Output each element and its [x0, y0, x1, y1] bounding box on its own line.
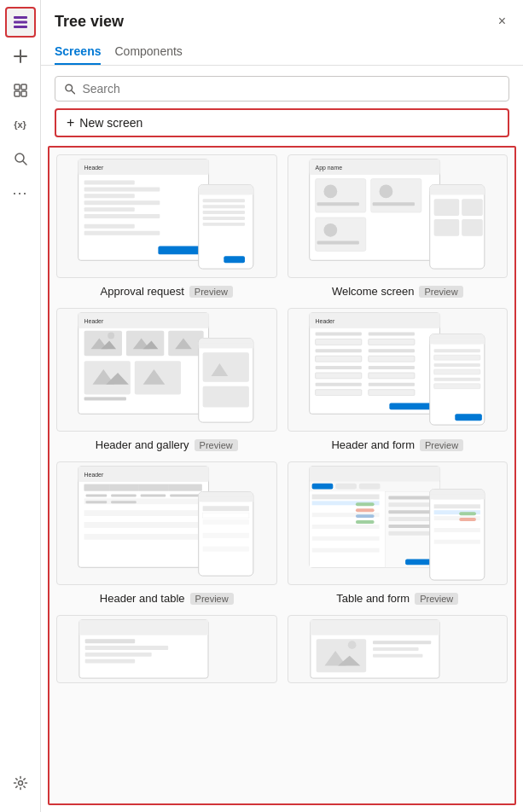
- svg-rect-109: [433, 355, 479, 360]
- grid-icon[interactable]: [5, 75, 36, 106]
- svg-rect-101: [368, 383, 414, 386]
- svg-rect-146: [203, 533, 249, 538]
- template-name-tableform: Table and form: [336, 592, 410, 605]
- template-header-form[interactable]: Header: [288, 308, 508, 451]
- svg-rect-182: [429, 494, 484, 499]
- svg-rect-25: [84, 231, 160, 235]
- svg-rect-174: [388, 502, 434, 507]
- svg-point-11: [18, 781, 22, 786]
- new-screen-button[interactable]: + New screen: [55, 108, 509, 137]
- preview-badge-table[interactable]: Preview: [190, 593, 234, 605]
- svg-rect-108: [433, 349, 479, 352]
- template-header-gallery[interactable]: Header: [56, 308, 277, 451]
- preview-badge-form[interactable]: Preview: [420, 439, 463, 451]
- svg-rect-46: [372, 202, 414, 206]
- template-table-form[interactable]: Table and form Preview: [288, 461, 508, 605]
- svg-rect-171: [355, 520, 374, 524]
- template-name-approval: Approval request: [101, 285, 184, 298]
- svg-rect-31: [203, 205, 245, 208]
- new-screen-label: New screen: [79, 116, 142, 130]
- tab-screens[interactable]: Screens: [55, 39, 101, 65]
- search-sidebar-icon[interactable]: [5, 143, 36, 174]
- svg-rect-8: [21, 91, 26, 96]
- settings-icon[interactable]: [5, 768, 36, 798]
- svg-point-65: [108, 333, 114, 339]
- templates-grid: Header: [56, 154, 508, 683]
- svg-rect-98: [315, 373, 361, 379]
- template-welcome-screen[interactable]: App name: [288, 154, 508, 298]
- more-icon[interactable]: ···: [5, 177, 36, 208]
- svg-rect-123: [139, 484, 169, 491]
- svg-text:Header: Header: [315, 318, 334, 324]
- svg-rect-190: [450, 547, 476, 551]
- svg-rect-183: [433, 504, 479, 508]
- tab-components[interactable]: Components: [114, 39, 182, 65]
- svg-point-48: [323, 223, 337, 237]
- svg-rect-134: [111, 494, 137, 496]
- search-input[interactable]: [82, 82, 500, 96]
- template-approval-request[interactable]: Header: [56, 154, 277, 298]
- svg-rect-141: [199, 496, 253, 502]
- template-name-welcome: Welcome screen: [332, 285, 415, 298]
- preview-badge-welcome[interactable]: Preview: [419, 286, 462, 298]
- svg-rect-210: [373, 654, 423, 658]
- svg-rect-209: [373, 647, 419, 651]
- svg-rect-173: [388, 496, 434, 499]
- svg-rect-22: [84, 207, 135, 212]
- svg-rect-91: [368, 339, 414, 345]
- svg-rect-175: [388, 510, 434, 513]
- svg-rect-82: [203, 386, 249, 408]
- svg-rect-155: [335, 484, 357, 490]
- template-label-approval: Approval request Preview: [101, 285, 233, 298]
- svg-rect-90: [315, 339, 361, 345]
- svg-rect-208: [373, 641, 431, 644]
- svg-text:App name: App name: [315, 165, 342, 171]
- svg-rect-96: [315, 366, 361, 369]
- svg-rect-89: [368, 333, 414, 336]
- preview-badge-approval[interactable]: Preview: [189, 286, 233, 298]
- preview-badge-tableform[interactable]: Preview: [415, 593, 458, 605]
- svg-rect-52: [429, 189, 484, 194]
- template-8[interactable]: [288, 615, 508, 683]
- svg-rect-34: [203, 223, 245, 226]
- layers-icon[interactable]: [5, 7, 36, 38]
- main-panel: Tree view × Screens Components + New scr…: [41, 0, 523, 812]
- svg-rect-189: [433, 540, 479, 544]
- svg-rect-121: [84, 484, 110, 491]
- svg-rect-5: [15, 84, 20, 90]
- template-preview-tableform: [288, 461, 508, 585]
- svg-rect-129: [84, 516, 202, 522]
- svg-rect-24: [84, 224, 135, 229]
- svg-rect-30: [203, 199, 245, 202]
- svg-rect-170: [355, 514, 374, 518]
- svg-rect-21: [84, 200, 160, 205]
- add-icon[interactable]: [5, 41, 36, 72]
- svg-rect-192: [459, 518, 476, 521]
- template-label-gallery: Header and gallery Preview: [96, 438, 238, 451]
- svg-rect-200: [85, 659, 136, 664]
- svg-point-42: [323, 185, 337, 199]
- svg-rect-186: [433, 522, 479, 526]
- variables-icon[interactable]: {x}: [5, 109, 36, 140]
- svg-rect-168: [355, 502, 374, 506]
- svg-rect-158: [311, 494, 379, 499]
- svg-rect-6: [21, 84, 26, 90]
- template-name-table: Header and table: [100, 592, 185, 605]
- svg-rect-191: [459, 512, 476, 515]
- svg-rect-93: [368, 349, 414, 352]
- template-preview-table: Header: [56, 461, 277, 585]
- template-header-table[interactable]: Header: [56, 461, 277, 605]
- template-label-form: Header and form Preview: [331, 438, 463, 451]
- svg-rect-133: [86, 494, 108, 496]
- svg-rect-188: [433, 534, 479, 538]
- search-container: [41, 66, 523, 108]
- tabs-container: Screens Components: [41, 32, 523, 66]
- svg-rect-152: [309, 467, 439, 482]
- template-preview-7: [56, 615, 277, 683]
- svg-rect-56: [462, 219, 483, 236]
- close-button[interactable]: ×: [495, 10, 509, 32]
- template-7[interactable]: [56, 615, 277, 683]
- preview-badge-gallery[interactable]: Preview: [195, 439, 238, 451]
- svg-rect-92: [315, 349, 361, 352]
- svg-rect-165: [311, 536, 379, 541]
